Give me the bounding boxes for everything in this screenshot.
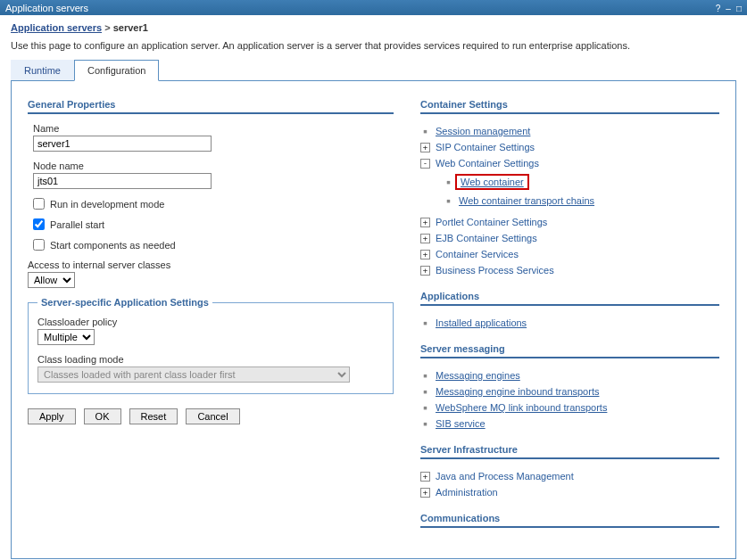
titlebar-title: Application servers xyxy=(5,3,88,13)
tab-configuration[interactable]: Configuration xyxy=(74,60,159,81)
start-comp-label: Start components as needed xyxy=(50,240,176,251)
help-icon[interactable]: ? xyxy=(716,4,721,13)
page-description: Use this page to configure an applicatio… xyxy=(11,40,736,51)
reset-button[interactable]: Reset xyxy=(129,408,178,424)
link-messaging-inbound[interactable]: Messaging engine inbound transports xyxy=(436,386,599,397)
dev-mode-row: Run in development mode xyxy=(33,198,394,210)
highlight-web-container: Web container xyxy=(455,174,529,190)
column-left: General Properties Name Node name Run in… xyxy=(28,99,394,540)
loading-label: Class loading mode xyxy=(37,354,384,365)
link-web-container[interactable]: Web container xyxy=(461,177,524,187)
expand-icon[interactable]: + xyxy=(420,218,430,227)
classloader-select[interactable]: Multiple xyxy=(37,329,95,345)
field-access: Access to internal server classes Allow xyxy=(28,259,394,288)
start-comp-checkbox[interactable] xyxy=(33,239,45,251)
loading-select: Classes loaded with parent class loader … xyxy=(37,366,350,383)
titlebar: Application servers ? – □ xyxy=(0,0,747,15)
server-specific-fieldset: Server-specific Application Settings Cla… xyxy=(28,297,394,394)
expand-icon[interactable]: + xyxy=(420,472,430,482)
breadcrumb-parent[interactable]: Application servers xyxy=(11,22,102,33)
link-administration[interactable]: Administration xyxy=(436,487,498,498)
comm-heading: Communications xyxy=(420,513,719,528)
link-session-management[interactable]: Session management xyxy=(436,126,530,136)
field-classloader: Classloader policy Multiple xyxy=(37,317,384,345)
minimize-icon[interactable]: – xyxy=(726,4,731,13)
link-portlet-container[interactable]: Portlet Container Settings xyxy=(436,217,547,227)
bullet-icon: ▪ xyxy=(420,419,430,429)
access-select[interactable]: Allow xyxy=(28,272,75,288)
field-loading-mode: Class loading mode Classes loaded with p… xyxy=(37,354,384,383)
messaging-heading: Server messaging xyxy=(420,343,719,358)
field-node: Node name xyxy=(33,161,394,189)
infra-section: Server Infrastructure +Java and Process … xyxy=(420,444,719,500)
bullet-icon: ▪ xyxy=(444,196,453,206)
bullet-icon: ▪ xyxy=(444,177,453,187)
link-messaging-engines[interactable]: Messaging engines xyxy=(436,370,520,381)
parallel-row: Parallel start xyxy=(33,218,394,230)
bullet-icon: ▪ xyxy=(420,318,430,328)
expand-icon[interactable]: + xyxy=(420,234,430,243)
bullet-icon: ▪ xyxy=(420,127,430,136)
expand-icon[interactable]: + xyxy=(420,488,430,498)
name-input[interactable] xyxy=(33,136,212,152)
access-label: Access to internal server classes xyxy=(28,259,394,270)
expand-icon[interactable]: + xyxy=(420,143,430,152)
link-web-container-settings[interactable]: Web Container Settings xyxy=(436,158,539,169)
breadcrumb-sep: > xyxy=(104,22,110,33)
start-comp-row: Start components as needed xyxy=(33,239,394,251)
bullet-icon: ▪ xyxy=(420,403,430,413)
column-right: Container Settings ▪Session management +… xyxy=(420,99,719,540)
parallel-label: Parallel start xyxy=(50,219,104,230)
node-input[interactable] xyxy=(33,173,212,189)
applications-section: Applications ▪Installed applications xyxy=(420,291,719,331)
classloader-label: Classloader policy xyxy=(37,317,384,327)
link-container-services[interactable]: Container Services xyxy=(436,249,519,259)
server-specific-legend: Server-specific Application Settings xyxy=(37,297,212,308)
cancel-button[interactable]: Cancel xyxy=(186,408,239,424)
name-label: Name xyxy=(33,123,394,134)
collapse-icon[interactable]: - xyxy=(420,159,430,169)
link-web-transport[interactable]: Web container transport chains xyxy=(459,195,594,206)
dev-mode-label: Run in development mode xyxy=(50,199,164,210)
link-installed-apps[interactable]: Installed applications xyxy=(436,317,527,328)
link-mq-inbound[interactable]: WebSphere MQ link inbound transports xyxy=(436,402,607,413)
link-java-process[interactable]: Java and Process Management xyxy=(436,471,574,482)
tabs: Runtime Configuration xyxy=(11,60,736,81)
breadcrumb-current: server1 xyxy=(113,22,148,33)
messaging-section: Server messaging ▪Messaging engines ▪Mes… xyxy=(420,343,719,432)
dev-mode-checkbox[interactable] xyxy=(33,198,45,210)
link-ejb-container[interactable]: EJB Container Settings xyxy=(436,233,537,243)
ok-button[interactable]: OK xyxy=(84,408,121,424)
button-row: Apply OK Reset Cancel xyxy=(28,408,394,424)
tab-body: General Properties Name Node name Run in… xyxy=(11,81,736,559)
link-bps[interactable]: Business Process Services xyxy=(436,265,554,276)
infra-heading: Server Infrastructure xyxy=(420,444,719,459)
bullet-icon: ▪ xyxy=(420,387,430,397)
field-name: Name xyxy=(33,123,394,152)
expand-icon[interactable]: + xyxy=(420,266,430,276)
node-label: Node name xyxy=(33,161,394,171)
breadcrumb: Application servers > server1 xyxy=(11,22,736,33)
comm-section: Communications xyxy=(420,513,719,528)
parallel-checkbox[interactable] xyxy=(33,218,45,230)
titlebar-controls: ? – □ xyxy=(713,3,742,13)
bullet-icon: ▪ xyxy=(420,371,430,381)
tab-runtime[interactable]: Runtime xyxy=(11,60,74,80)
link-sib-service[interactable]: SIB service xyxy=(436,418,486,429)
link-sip-container[interactable]: SIP Container Settings xyxy=(436,142,535,152)
general-heading: General Properties xyxy=(28,99,394,114)
container-section: Container Settings ▪Session management +… xyxy=(420,99,719,278)
apply-button[interactable]: Apply xyxy=(28,408,76,424)
close-icon[interactable]: □ xyxy=(736,4,742,13)
applications-heading: Applications xyxy=(420,291,719,306)
expand-icon[interactable]: + xyxy=(420,250,430,259)
container-heading: Container Settings xyxy=(420,99,719,114)
